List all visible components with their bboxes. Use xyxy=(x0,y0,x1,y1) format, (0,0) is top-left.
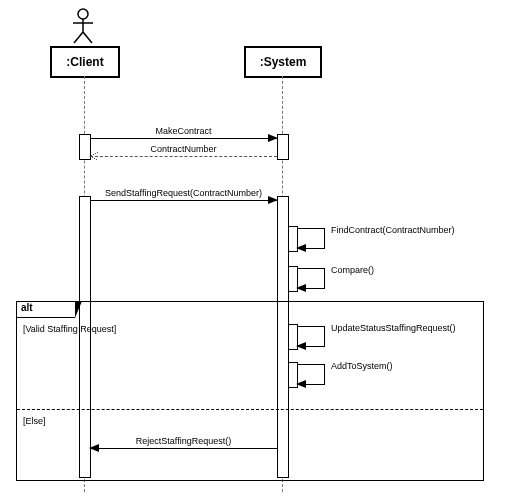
actor-icon xyxy=(68,8,98,44)
message-label: AddToSystem() xyxy=(331,361,393,371)
message-label: UpdateStatusStaffingRequest() xyxy=(331,323,455,333)
lifeline-head-system: :System xyxy=(244,46,322,78)
activation-system-1 xyxy=(277,134,289,160)
sequence-diagram: :Client :System MakeContract ContractNum… xyxy=(0,0,506,500)
message-update-status: UpdateStatusStaffingRequest() xyxy=(297,326,325,346)
svg-line-4 xyxy=(83,32,92,43)
message-label: SendStaffingRequest(ContractNumber) xyxy=(90,188,277,198)
fragment-operator: alt xyxy=(16,301,75,318)
message-label: RejectStaffingRequest() xyxy=(90,436,277,446)
message-label: FindContract(ContractNumber) xyxy=(331,225,455,235)
message-add-to-system: AddToSystem() xyxy=(297,364,325,384)
message-label: MakeContract xyxy=(90,126,277,136)
fragment-divider xyxy=(17,409,483,410)
message-find-contract: FindContract(ContractNumber) xyxy=(297,228,325,248)
lifeline-label: :System xyxy=(260,55,307,69)
message-label: Compare() xyxy=(331,265,374,275)
svg-line-3 xyxy=(74,32,83,43)
message-label: ContractNumber xyxy=(90,144,277,154)
lifeline-label: :Client xyxy=(66,55,103,69)
lifeline-head-client: :Client xyxy=(50,46,120,78)
guard-valid: [Valid Staffing Request] xyxy=(23,324,116,334)
guard-else: [Else] xyxy=(23,416,46,426)
svg-point-0 xyxy=(78,9,88,19)
message-compare: Compare() xyxy=(297,268,325,288)
